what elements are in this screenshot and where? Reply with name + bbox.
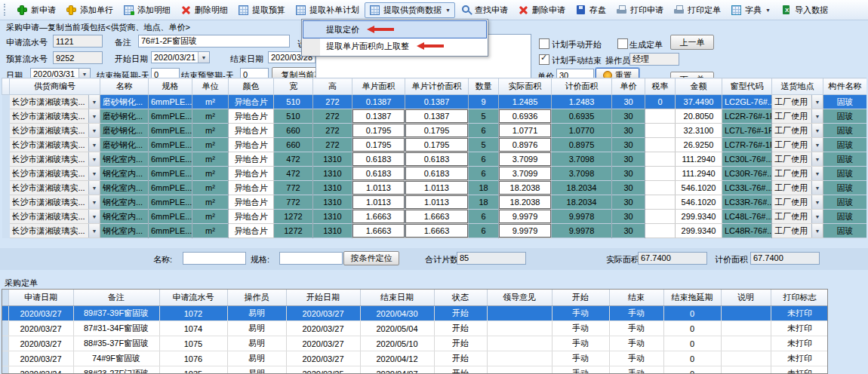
cell-delivery-location[interactable]: 工厂使用▼	[772, 152, 823, 167]
cell-piece-calc-area[interactable]: 1.6663	[405, 210, 469, 224]
toolbar-add-detail[interactable]: 添加明细	[119, 2, 175, 18]
cell-supplier[interactable]: 长沙市潇湘玻璃实...▼	[10, 124, 100, 138]
cell-delivery-location[interactable]: 工厂使用▼	[772, 167, 823, 181]
cell-actual-area[interactable]: 18.2038	[499, 195, 552, 210]
cell-piece-calc-area[interactable]: 0.1387	[405, 95, 469, 109]
column-header[interactable]: 计价面积	[552, 78, 612, 95]
column-header[interactable]: 单片面积	[352, 78, 405, 95]
chevron-down-icon[interactable]: ▼	[811, 210, 823, 223]
column-header[interactable]: 实际面积	[499, 78, 552, 95]
menu-item-extract-piece-area-round-up[interactable]: 提取单片面积向上取整	[303, 38, 486, 54]
cell-piece-calc-area[interactable]: 1.0113	[405, 195, 469, 210]
plan-manual-start-checkbox[interactable]	[539, 38, 549, 49]
cell-piece-calc-area[interactable]: 0.1795	[405, 138, 469, 152]
operator-input[interactable]	[629, 53, 679, 66]
table-row[interactable]: 长沙市潇湘玻璃实...▼磨砂钢化...6mmPLE...m²异地合片510272…	[2, 95, 867, 109]
cell-piece-calc-area[interactable]: 1.6663	[405, 224, 469, 238]
cell-piece-area[interactable]: 0.1795	[352, 124, 405, 138]
column-header[interactable]: 高	[313, 78, 352, 95]
cell-piece-area[interactable]: 1.0113	[352, 195, 405, 210]
column-header[interactable]: 说明	[721, 290, 771, 306]
chevron-down-icon[interactable]: ▼	[811, 195, 823, 209]
toolbar-delete-request[interactable]: 删除申请	[513, 2, 570, 18]
cell-piece-calc-area[interactable]: 1.0113	[405, 181, 469, 195]
cell-actual-area[interactable]: 1.2485	[499, 95, 552, 109]
cell-piece-area[interactable]: 0.6183	[352, 152, 405, 167]
cell-piece-area[interactable]: 1.6663	[352, 224, 405, 238]
column-header[interactable]: 名称	[100, 78, 149, 95]
filter-name-input[interactable]	[183, 252, 246, 265]
cell-delivery-location[interactable]: 工厂使用▼	[772, 109, 823, 124]
cell-supplier[interactable]: 长沙市潇湘玻璃实...▼	[10, 195, 100, 210]
column-header[interactable]: 结束拖延期	[663, 290, 721, 306]
column-header[interactable]: 颜色	[229, 78, 274, 95]
generate-order-checkbox[interactable]	[617, 38, 628, 49]
cell-actual-area[interactable]: 3.7099	[499, 152, 552, 167]
column-header[interactable]: 申请日期	[8, 290, 73, 306]
cell-actual-area[interactable]: 18.2038	[499, 181, 552, 195]
request-no-input[interactable]	[53, 35, 103, 48]
toolbar-grip[interactable]	[4, 4, 8, 16]
cell-delivery-location[interactable]: 工厂使用▼	[772, 195, 823, 210]
cell-supplier[interactable]: 长沙市潇湘玻璃实...▼	[10, 167, 100, 181]
chevron-down-icon[interactable]: ▼	[811, 167, 823, 180]
table-row[interactable]: 长沙市潇湘玻璃实...▼钢化室内...6mmPLE...m²异地合片127213…	[2, 224, 867, 238]
toolbar-delete-detail[interactable]: 删除明细	[176, 2, 232, 18]
column-header[interactable]: 开始	[552, 290, 609, 306]
chevron-down-icon[interactable]: ▼	[88, 109, 100, 123]
cell-piece-calc-area[interactable]: 0.1795	[405, 124, 469, 138]
toolbar-extract-supplier-data[interactable]: 提取供货商数据▼	[365, 2, 455, 18]
cell-piece-calc-area[interactable]: 0.1387	[405, 109, 469, 124]
cell-piece-area[interactable]: 1.0113	[352, 181, 405, 195]
toolbar-import-data[interactable]: 导入数据	[776, 2, 833, 18]
column-header[interactable]: 税率	[645, 78, 676, 95]
cell-piece-area[interactable]: 0.1387	[352, 95, 405, 109]
order-row[interactable]: 2020/03/2774#9F窗固玻1076易明2020/03/272020/0…	[2, 351, 828, 366]
chevron-down-icon[interactable]: ▼	[811, 152, 823, 166]
cell-piece-calc-area[interactable]: 0.6183	[405, 152, 469, 167]
table-row[interactable]: 长沙市潇湘玻璃实...▼磨砂钢化...6mmPLE...m²异地合片660272…	[2, 138, 867, 152]
cell-piece-area[interactable]: 0.1795	[352, 138, 405, 152]
cell-supplier[interactable]: 长沙市潇湘玻璃实...▼	[10, 152, 100, 167]
column-header[interactable]: 状态	[434, 290, 487, 306]
cell-delivery-location[interactable]: 工厂使用▼	[772, 138, 823, 152]
cell-delivery-location[interactable]: 工厂使用▼	[772, 210, 823, 224]
table-row[interactable]: 长沙市潇湘玻璃实...▼钢化室内...6mmPLE...m²异地合片772131…	[2, 195, 867, 210]
chevron-down-icon[interactable]: ▼	[811, 181, 823, 195]
table-row[interactable]: 长沙市潇湘玻璃实...▼钢化室内...6mmPLE...m²异地合片772131…	[2, 181, 867, 195]
previous-order-button[interactable]: 上一单	[670, 35, 714, 50]
chevron-down-icon[interactable]: ▼	[88, 210, 100, 223]
column-header[interactable]: 备注	[73, 290, 159, 306]
cell-piece-calc-area[interactable]: 0.6183	[405, 167, 469, 181]
column-header[interactable]: 供货商编号	[10, 78, 100, 95]
start-date-combo[interactable]: 2020/03/21▼	[151, 51, 210, 63]
column-header[interactable]: 窗型代码	[722, 78, 772, 95]
chevron-down-icon[interactable]: ▼	[811, 109, 823, 123]
toolbar-save[interactable]: 存盘	[571, 2, 611, 18]
toolbar-find-request[interactable]: 查找申请	[456, 2, 512, 18]
order-row[interactable]: 2020/03/2789#37-39F窗固玻1072易明2020/03/2720…	[2, 306, 828, 321]
toolbar-dictionary[interactable]: 字典▼	[726, 2, 775, 18]
cell-supplier[interactable]: 长沙市潇湘玻璃实...▼	[10, 109, 100, 124]
cell-piece-area[interactable]: 0.6183	[352, 167, 405, 181]
chevron-down-icon[interactable]: ▼	[88, 224, 100, 238]
column-header[interactable]: 领导意见	[487, 290, 552, 306]
cell-supplier[interactable]: 长沙市潇湘玻璃实...▼	[10, 224, 100, 238]
toolbar-print-request[interactable]: 打印申请	[611, 2, 668, 18]
cell-supplier[interactable]: 长沙市潇湘玻璃实...▼	[10, 210, 100, 224]
chevron-down-icon[interactable]: ▼	[88, 167, 100, 180]
column-header[interactable]: 单片计价面积	[405, 78, 469, 95]
column-header[interactable]: 金额	[676, 78, 722, 95]
cell-delivery-location[interactable]: 工厂使用▼	[772, 224, 823, 238]
table-row[interactable]: 长沙市潇湘玻璃实...▼钢化室内...6mmPLE...m²异地合片472131…	[2, 167, 867, 181]
column-header[interactable]: 单位	[192, 78, 229, 95]
column-header[interactable]: 规格	[149, 78, 192, 95]
filter-spec-input[interactable]	[279, 252, 343, 265]
menu-item-extract-pricing[interactable]: 提取定价	[303, 21, 486, 38]
cell-actual-area[interactable]: 1.0771	[499, 124, 552, 138]
chevron-down-icon[interactable]: ▼	[811, 95, 823, 109]
cell-actual-area[interactable]: 3.7099	[499, 167, 552, 181]
cell-supplier[interactable]: 长沙市潇湘玻璃实...▼	[10, 95, 100, 109]
chevron-down-icon[interactable]: ▼	[88, 95, 100, 109]
cell-piece-area[interactable]: 1.6663	[352, 210, 405, 224]
